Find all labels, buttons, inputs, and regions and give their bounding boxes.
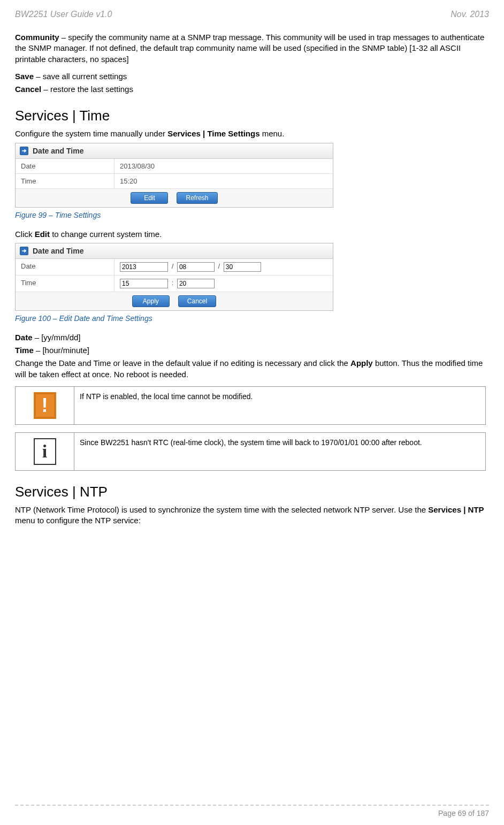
date-label: Date [16, 159, 114, 173]
save-label: Save [15, 72, 34, 81]
change-desc: Change the Date and Time or leave in the… [15, 358, 489, 380]
heading-services-ntp: Services | NTP [15, 484, 489, 500]
date-value: 2013/08/30 [114, 159, 333, 173]
warning-text: If NTP is enabled, the local time cannot… [74, 386, 486, 424]
date-format-desc: Date – [yy/mm/dd] [15, 332, 489, 343]
time-format-desc: Time – [hour/minute] [15, 345, 489, 356]
refresh-button[interactable]: Refresh [177, 192, 217, 204]
community-desc: Community – specify the community name a… [15, 32, 489, 65]
time-value: 15:20 [114, 174, 333, 188]
date-time-panel-edit: ➔ Date and Time Date / / Time : Apply Ca… [15, 243, 333, 311]
warning-table: ! If NTP is enabled, the local time cann… [15, 386, 486, 425]
day-field[interactable] [224, 262, 261, 272]
cancel-desc: Cancel – restore the last settings [15, 84, 489, 95]
info-text: Since BW2251 hasn't RTC (real-time clock… [74, 432, 486, 470]
click-edit-desc: Click Edit to change current system time… [15, 229, 489, 240]
year-field[interactable] [120, 262, 168, 272]
page-footer: Page 69 of 187 [15, 805, 489, 818]
sep-colon: : [172, 279, 174, 287]
page-header: BW2251 User Guide v1.0 Nov. 2013 [15, 10, 489, 19]
panel-title-edit: Date and Time [33, 247, 83, 255]
sep-slash: / [218, 262, 220, 270]
figure-100-caption: Figure 100 – Edit Date and Time Settings [15, 314, 489, 323]
ntp-desc: NTP (Network Time Protocol) is used to s… [15, 505, 489, 526]
doc-date: Nov. 2013 [450, 10, 489, 19]
warning-icon-cell: ! [16, 386, 74, 424]
community-label: Community [15, 33, 59, 42]
heading-services-time: Services | Time [15, 108, 489, 124]
row-date-view: Date 2013/08/30 [16, 159, 333, 174]
row-date-edit: Date / / [16, 259, 333, 276]
figure-99-caption: Figure 99 – Time Settings [15, 211, 489, 219]
panel-header: ➔ Date and Time [16, 143, 333, 159]
date-time-panel-view: ➔ Date and Time Date 2013/08/30 Time 15:… [15, 143, 333, 208]
doc-title: BW2251 User Guide v1.0 [15, 10, 112, 19]
date-inputs: / / [114, 259, 333, 275]
time-label-edit: Time [16, 276, 114, 292]
save-desc: Save – save all current settings [15, 71, 489, 82]
row-time-view: Time 15:20 [16, 174, 333, 189]
arrow-right-icon: ➔ [20, 247, 28, 255]
info-table: i Since BW2251 hasn't RTC (real-time clo… [15, 432, 486, 471]
panel-footer-edit: Apply Cancel [16, 292, 333, 310]
time-desc: Configure the system time manually under… [15, 128, 489, 139]
edit-button[interactable]: Edit [131, 192, 168, 204]
month-field[interactable] [177, 262, 215, 272]
time-label: Time [16, 174, 114, 188]
panel-header-edit: ➔ Date and Time [16, 243, 333, 259]
hour-field[interactable] [120, 279, 168, 288]
info-icon: i [34, 438, 56, 465]
exclamation-icon: ! [34, 392, 56, 419]
panel-footer-view: Edit Refresh [16, 189, 333, 207]
apply-button[interactable]: Apply [132, 295, 170, 307]
minute-field[interactable] [177, 279, 215, 288]
sep-slash: / [172, 262, 174, 270]
panel-title: Date and Time [33, 147, 83, 155]
row-time-edit: Time : [16, 276, 333, 292]
cancel-label: Cancel [15, 85, 41, 94]
cancel-button[interactable]: Cancel [178, 295, 216, 307]
info-icon-cell: i [16, 432, 74, 470]
page-number: Page 69 of 187 [438, 809, 489, 818]
time-inputs: : [114, 276, 333, 292]
date-label-edit: Date [16, 259, 114, 275]
arrow-right-icon: ➔ [20, 147, 28, 155]
